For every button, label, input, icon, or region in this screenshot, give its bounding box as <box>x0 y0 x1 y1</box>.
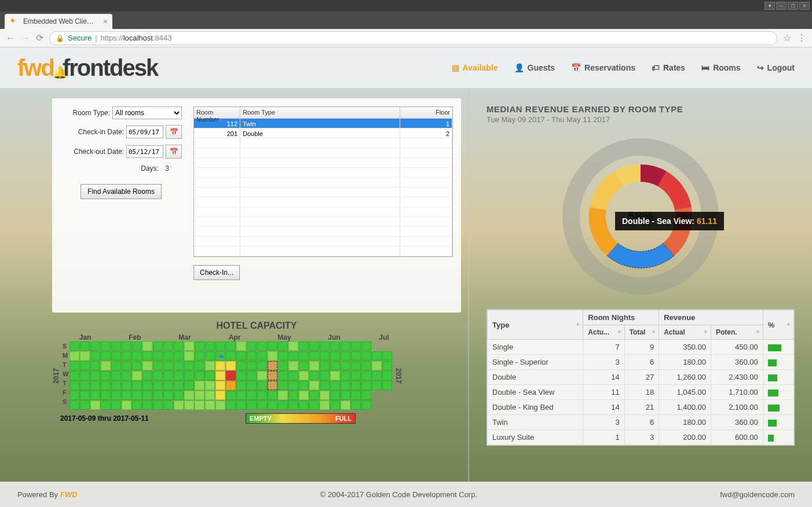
heatmap-cell[interactable] <box>372 341 382 351</box>
heatmap-cell[interactable] <box>247 381 257 390</box>
heatmap-cell[interactable] <box>288 401 298 410</box>
table-row[interactable] <box>194 188 452 197</box>
sort-icon[interactable]: ▲ <box>786 321 791 326</box>
window-menu-button[interactable]: ▾ <box>765 2 775 10</box>
heatmap-cell[interactable] <box>320 371 330 380</box>
heatmap-cell[interactable] <box>195 371 204 380</box>
heatmap-cell[interactable] <box>382 371 392 380</box>
heatmap-cell[interactable] <box>257 371 267 380</box>
table-row[interactable] <box>194 168 452 178</box>
heatmap-cell[interactable] <box>236 381 246 390</box>
table-row[interactable] <box>194 217 452 227</box>
heatmap-cell[interactable] <box>80 341 90 351</box>
heatmap-cell[interactable] <box>309 361 319 370</box>
heatmap-cell[interactable] <box>90 381 100 390</box>
heatmap-cell[interactable] <box>278 341 288 351</box>
table-row[interactable]: Double - Sea View11181,045.001,710.00 <box>488 385 794 400</box>
heatmap-cell[interactable] <box>268 351 277 361</box>
heatmap-cell[interactable] <box>215 341 225 351</box>
heatmap-cell[interactable] <box>351 381 361 390</box>
heatmap-cell[interactable] <box>236 401 246 410</box>
heatmap-cell[interactable] <box>382 381 392 390</box>
heatmap-cell[interactable] <box>142 401 152 410</box>
nav-logout[interactable]: ↪Logout <box>757 63 795 72</box>
heatmap-cell[interactable] <box>309 351 319 361</box>
heatmap-cell[interactable] <box>205 381 215 390</box>
heatmap-cell[interactable] <box>278 371 288 380</box>
heatmap-cell[interactable] <box>341 401 350 410</box>
table-row[interactable] <box>194 247 452 256</box>
heatmap-cell[interactable] <box>101 381 111 390</box>
heatmap-cell[interactable] <box>90 361 100 370</box>
heatmap-cell[interactable] <box>309 381 319 390</box>
heatmap-cell[interactable] <box>70 381 79 390</box>
heatmap-cell[interactable] <box>351 401 361 410</box>
heatmap-cell[interactable] <box>80 361 90 370</box>
heatmap-cell[interactable] <box>195 381 204 390</box>
table-row[interactable] <box>194 138 452 148</box>
heatmap-cell[interactable] <box>288 351 298 361</box>
checkin-calendar-button[interactable]: 📅 <box>166 125 182 139</box>
heatmap-cell[interactable] <box>299 391 309 400</box>
heatmap-cell[interactable] <box>122 381 131 390</box>
heatmap-cell[interactable] <box>153 391 163 400</box>
heatmap-cell[interactable] <box>351 361 361 370</box>
table-row[interactable] <box>194 197 452 207</box>
heatmap-cell[interactable] <box>70 391 79 400</box>
forward-button[interactable]: → <box>21 33 30 43</box>
heatmap-cell[interactable] <box>195 351 204 361</box>
heatmap-cell[interactable] <box>163 371 173 380</box>
heatmap-cell[interactable] <box>174 361 184 370</box>
heatmap-cell[interactable] <box>299 381 309 390</box>
heatmap-cell[interactable] <box>299 341 309 351</box>
heatmap-cell[interactable] <box>111 351 121 361</box>
heatmap-cell[interactable] <box>268 401 277 410</box>
heatmap-cell[interactable] <box>163 401 173 410</box>
heatmap-cell[interactable] <box>184 371 194 380</box>
heatmap-cell[interactable] <box>174 341 184 351</box>
heatmap-cell[interactable] <box>90 401 100 410</box>
heatmap-cell[interactable] <box>70 351 79 361</box>
address-bar[interactable]: 🔒 Secure | https://localhost:8443 <box>49 31 777 45</box>
heatmap-cell[interactable] <box>101 351 111 361</box>
table-row[interactable]: Twin36180.00360.00 <box>488 415 794 430</box>
heatmap-cell[interactable] <box>70 401 79 410</box>
heatmap-cell[interactable] <box>226 351 236 361</box>
heatmap-cell[interactable] <box>122 391 131 400</box>
heatmap-cell[interactable] <box>330 361 340 370</box>
heatmap-cell[interactable] <box>278 401 288 410</box>
heatmap-cell[interactable] <box>111 361 121 370</box>
heatmap-cell[interactable] <box>382 401 392 410</box>
heatmap-cell[interactable] <box>309 391 319 400</box>
browser-tab[interactable]: ◆ Embedded Web Clie… × <box>5 14 112 29</box>
heatmap-cell[interactable] <box>278 361 288 370</box>
window-close-button[interactable]: × <box>799 2 810 10</box>
heatmap-cell[interactable] <box>361 401 371 410</box>
heatmap-cell[interactable] <box>153 351 163 361</box>
revenue-table[interactable]: Type▲ Room Nights Revenue %▲ Actu...▲ To… <box>487 309 795 446</box>
checkin-date-input[interactable] <box>126 126 163 138</box>
heatmap-cell[interactable] <box>226 401 236 410</box>
heatmap-cell[interactable] <box>341 351 350 361</box>
heatmap-cell[interactable] <box>382 351 392 361</box>
table-row[interactable]: 201Double2 <box>194 128 452 138</box>
heatmap-cell[interactable] <box>142 391 152 400</box>
heatmap-cell[interactable] <box>330 401 340 410</box>
heatmap-cell[interactable] <box>174 351 184 361</box>
heatmap-cell[interactable] <box>299 361 309 370</box>
table-row[interactable] <box>194 148 452 158</box>
heatmap-cell[interactable] <box>205 341 215 351</box>
heatmap-cell[interactable] <box>372 401 382 410</box>
heatmap-cell[interactable] <box>351 391 361 400</box>
heatmap-cell[interactable] <box>236 361 246 370</box>
col-room-type[interactable]: Room Type <box>240 107 400 118</box>
heatmap-cell[interactable] <box>330 371 340 380</box>
heatmap-grid[interactable] <box>70 341 392 410</box>
table-row[interactable]: Single79350.00450.00 <box>488 340 794 355</box>
heatmap-cell[interactable] <box>268 381 277 390</box>
heatmap-cell[interactable] <box>226 341 236 351</box>
room-type-select[interactable]: All rooms <box>112 106 182 119</box>
heatmap-cell[interactable] <box>80 401 90 410</box>
heatmap-cell[interactable] <box>122 371 131 380</box>
heatmap-cell[interactable] <box>247 341 257 351</box>
